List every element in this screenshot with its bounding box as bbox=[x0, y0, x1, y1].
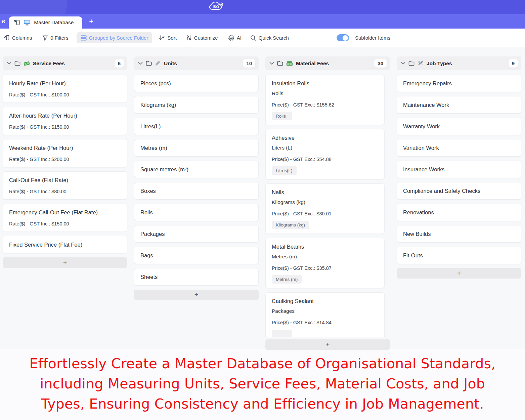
card-unit: Kilograms (kg) bbox=[272, 199, 378, 206]
card-title: Insulation Rolls bbox=[272, 80, 378, 87]
grouped-button[interactable]: Grouped by Source Folder bbox=[77, 32, 152, 43]
card-price: Price($) - GST Exc.: $155.62 bbox=[272, 101, 378, 108]
filters-button[interactable]: 0 Filters bbox=[42, 35, 68, 41]
iso-cloud-logo: ISO bbox=[209, 1, 224, 11]
record-card[interactable]: Rolls bbox=[134, 204, 259, 221]
quick-search-button[interactable]: Quick Search bbox=[250, 35, 289, 41]
record-card[interactable]: Renovations bbox=[397, 204, 521, 221]
record-card[interactable]: Pieces (pcs) bbox=[134, 75, 259, 92]
record-card[interactable]: Sheets bbox=[134, 268, 259, 286]
card-title: Rolls bbox=[140, 209, 252, 216]
record-card[interactable]: Fixed Service Price (Flat Fee) bbox=[3, 236, 127, 253]
folder-icon bbox=[277, 61, 283, 66]
record-card[interactable]: New Builds bbox=[397, 225, 521, 243]
card-list: Emergency RepairsMaintenance WorkWarrant… bbox=[397, 75, 521, 264]
unit-tag: Metres (m) bbox=[272, 275, 302, 284]
card-price: Price($) - GST Exc.: $35.87 bbox=[272, 265, 378, 271]
record-card[interactable]: After-hours Rate (Per Hour)Rate($) - GST… bbox=[3, 107, 127, 135]
ai-chip-icon: AI bbox=[228, 35, 234, 41]
table-icon bbox=[13, 19, 20, 26]
app-header: ISO bbox=[0, 0, 525, 14]
record-card[interactable]: Square metres (m²) bbox=[134, 161, 259, 178]
unit-tag bbox=[272, 330, 292, 337]
card-title: Weekend Rate (Per Hour) bbox=[9, 144, 121, 152]
chevron-down-icon[interactable] bbox=[269, 62, 274, 65]
caption-line-2: including Measuring Units, Service Fees,… bbox=[0, 374, 525, 394]
sliders-icon bbox=[186, 35, 192, 41]
record-card[interactable]: Insulation RollsRollsPrice($) - GST Exc.… bbox=[265, 75, 385, 125]
record-card[interactable]: Bags bbox=[134, 247, 259, 264]
add-record-button[interactable]: + bbox=[3, 257, 127, 268]
subfolder-items-label: Subfolder Items bbox=[355, 35, 390, 41]
subfolder-items-toggle[interactable] bbox=[337, 34, 349, 41]
record-card[interactable]: Hourly Rate (Per Hour)Rate($) - GST Inc.… bbox=[3, 75, 127, 103]
filter-icon bbox=[42, 35, 48, 41]
record-card[interactable]: Warranty Work bbox=[397, 118, 521, 135]
record-card[interactable]: Emergency Call-Out Fee (Flat Rate)Rate($… bbox=[3, 204, 127, 232]
record-card[interactable]: Boxes bbox=[134, 182, 259, 200]
record-card[interactable]: Compliance and Safety Checks bbox=[397, 182, 521, 200]
record-card[interactable]: Packages bbox=[134, 225, 259, 243]
card-list: Insulation RollsRollsPrice($) - GST Exc.… bbox=[265, 75, 385, 337]
card-price: Rate($) - GST Inc.: $150.00 bbox=[9, 220, 121, 227]
card-title: Bags bbox=[140, 252, 252, 259]
folder-icon bbox=[14, 61, 20, 66]
banknotes-icon bbox=[286, 61, 293, 66]
record-card[interactable]: Weekend Rate (Per Hour)Rate($) - GST Inc… bbox=[3, 139, 127, 167]
new-tab-button[interactable]: + bbox=[82, 17, 93, 29]
group-name: Job Types bbox=[427, 60, 452, 67]
record-card[interactable]: Metal BeamsMetres (m)Price($) - GST Exc.… bbox=[265, 238, 385, 288]
add-record-button[interactable]: + bbox=[134, 290, 259, 300]
group-header[interactable]: Material Fees30 bbox=[265, 56, 390, 70]
filters-label: 0 Filters bbox=[50, 35, 68, 41]
sidebar-collapse-icon[interactable]: « bbox=[0, 18, 7, 29]
record-card[interactable]: Caulking SealantPackagesPrice($) - GST E… bbox=[265, 292, 385, 337]
chevron-down-icon[interactable] bbox=[7, 62, 11, 65]
card-title: Emergency Repairs bbox=[403, 80, 515, 87]
add-record-button[interactable]: + bbox=[265, 339, 390, 350]
record-card[interactable]: Emergency Repairs bbox=[397, 75, 521, 92]
chevron-down-icon[interactable] bbox=[401, 62, 405, 65]
chevron-down-icon[interactable] bbox=[138, 62, 143, 65]
customize-button[interactable]: Customize bbox=[186, 35, 218, 41]
columns-button[interactable]: Columns bbox=[3, 35, 32, 41]
record-card[interactable]: Metres (m) bbox=[134, 139, 259, 157]
group-header[interactable]: Units10 bbox=[134, 56, 259, 70]
card-title: Metal Beams bbox=[272, 243, 378, 250]
card-price: Price($) - GST Exc.: $14.84 bbox=[272, 319, 378, 326]
record-card[interactable]: Variation Work bbox=[397, 139, 521, 157]
caption-line-1: Effortlessly Create a Master Database of… bbox=[0, 353, 525, 374]
record-card[interactable]: AdhesiveLiters (L)Price($) - GST Exc.: $… bbox=[265, 129, 385, 179]
card-price: Rate($) - GST Inc.: $100.00 bbox=[9, 91, 121, 98]
unit-tag: Kilograms (kg) bbox=[272, 221, 309, 229]
group-header[interactable]: Service Fees6 bbox=[3, 56, 127, 70]
card-unit: Packages bbox=[272, 307, 378, 315]
sort-icon bbox=[159, 35, 165, 41]
banknote-icon bbox=[24, 61, 30, 66]
record-card[interactable]: NailsKilograms (kg)Price($) - GST Exc.: … bbox=[265, 183, 385, 234]
card-title: Call-Out Fee (Flat Rate) bbox=[9, 176, 121, 184]
ai-button[interactable]: AI AI bbox=[228, 35, 242, 41]
columns-icon bbox=[3, 35, 10, 41]
tab-master-database[interactable]: Master Database bbox=[9, 16, 82, 29]
record-count-badge: 30 bbox=[374, 59, 387, 68]
card-title: Warranty Work bbox=[403, 123, 515, 130]
add-record-button[interactable]: + bbox=[397, 268, 521, 279]
record-card[interactable]: Call-Out Fee (Flat Rate)Rate($) - GST In… bbox=[3, 171, 127, 200]
group-header[interactable]: Job Types9 bbox=[397, 56, 521, 70]
group-column-service-fees: Service Fees6Hourly Rate (Per Hour)Rate(… bbox=[3, 56, 127, 349]
card-list: Pieces (pcs)Kilograms (kg)Litres(L)Metre… bbox=[134, 75, 259, 286]
sort-button[interactable]: Sort bbox=[159, 35, 177, 41]
record-card[interactable]: Kilograms (kg) bbox=[134, 96, 259, 114]
card-list: Hourly Rate (Per Hour)Rate($) - GST Inc.… bbox=[3, 75, 127, 253]
card-unit: Rolls bbox=[272, 90, 378, 97]
card-title: Nails bbox=[272, 188, 378, 196]
search-icon bbox=[250, 35, 256, 41]
record-card[interactable]: Maintenance Work bbox=[397, 96, 521, 114]
ruler-icon bbox=[155, 60, 161, 66]
record-card[interactable]: Litres(L) bbox=[134, 118, 259, 135]
card-title: Compliance and Safety Checks bbox=[403, 187, 515, 195]
card-title: Fit-Outs bbox=[403, 252, 515, 259]
record-card[interactable]: Fit-Outs bbox=[397, 247, 521, 264]
record-card[interactable]: Insurance Works bbox=[397, 161, 521, 178]
